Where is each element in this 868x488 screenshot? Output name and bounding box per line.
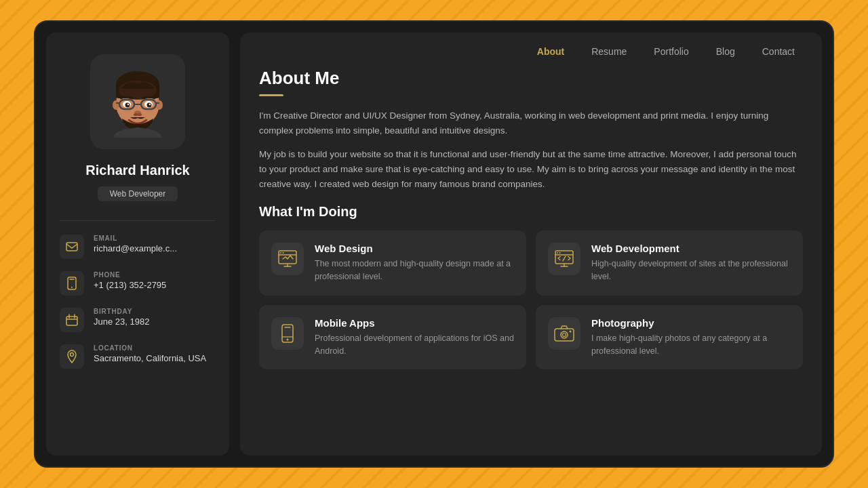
web-dev-text: Web Development High-quality development…	[591, 243, 791, 283]
phone-value: +1 (213) 352-2795	[94, 280, 166, 290]
photo-desc: I make high-quality photos of any catego…	[591, 332, 791, 358]
app-frame: Richard Hanrick Web Developer EMAIL rich…	[34, 20, 834, 468]
email-value: richard@example.c...	[94, 243, 177, 253]
birthday-label: BIRTHDAY	[94, 308, 149, 315]
svg-point-49	[570, 330, 572, 332]
services-grid: Web Design The most modern and high-qual…	[259, 230, 803, 369]
web-design-icon	[271, 243, 304, 275]
phone-label: PHONE	[94, 271, 166, 279]
sidebar-divider	[60, 220, 216, 221]
location-value: Sacramento, California, USA	[94, 353, 206, 363]
mobile-icon	[271, 317, 304, 350]
web-dev-icon	[548, 243, 580, 275]
svg-point-48	[563, 333, 566, 336]
birthday-text: BIRTHDAY June 23, 1982	[94, 308, 149, 327]
web-dev-desc: High-quality development of sites at the…	[591, 258, 791, 283]
phone-text: PHONE +1 (213) 352-2795	[94, 271, 166, 290]
location-label: LOCATION	[94, 344, 206, 352]
service-mobile: Mobile Apps Professional development of …	[259, 305, 526, 370]
svg-point-22	[71, 287, 73, 288]
avatar	[90, 54, 185, 149]
photo-text: Photography I make high-quality photos o…	[591, 317, 791, 358]
svg-rect-24	[66, 317, 77, 325]
svg-point-19	[138, 113, 142, 116]
navigation: About Resume Portfolio Blog Contact	[240, 33, 822, 61]
email-item: EMAIL richard@example.c...	[60, 235, 216, 259]
web-design-desc: The most modern and high-quality design …	[315, 258, 514, 283]
svg-point-14	[147, 103, 152, 108]
what-doing-title: What I'm Doing	[259, 204, 803, 220]
nav-resume[interactable]: Resume	[580, 42, 637, 61]
nav-portfolio[interactable]: Portfolio	[643, 42, 699, 61]
mobile-text: Mobile Apps Professional development of …	[315, 317, 514, 358]
svg-point-37	[557, 252, 558, 253]
svg-point-43	[287, 338, 289, 340]
svg-line-41	[563, 256, 566, 261]
svg-point-5	[156, 100, 163, 110]
email-icon	[60, 235, 84, 259]
mobile-name: Mobile Apps	[315, 317, 514, 329]
service-photo: Photography I make high-quality photos o…	[536, 305, 803, 370]
web-design-name: Web Design	[315, 243, 514, 254]
svg-point-32	[283, 252, 284, 253]
svg-point-31	[280, 252, 281, 253]
svg-point-18	[134, 113, 138, 116]
birthday-value: June 23, 1982	[94, 317, 149, 327]
location-text: LOCATION Sacramento, California, USA	[94, 344, 206, 363]
content-area: About Me I'm Creative Director and UI/UX…	[240, 61, 822, 455]
svg-point-13	[125, 103, 130, 108]
bio-paragraph-2: My job is to build your website so that …	[259, 147, 803, 192]
svg-point-47	[561, 331, 568, 338]
service-web-dev: Web Development High-quality development…	[536, 230, 803, 296]
sidebar: Richard Hanrick Web Developer EMAIL rich…	[46, 33, 229, 455]
location-item: LOCATION Sacramento, California, USA	[60, 344, 216, 369]
profile-badge: Web Developer	[98, 186, 178, 201]
svg-point-15	[127, 104, 129, 105]
web-design-text: Web Design The most modern and high-qual…	[315, 243, 514, 283]
location-icon	[60, 344, 84, 369]
birthday-item: BIRTHDAY June 23, 1982	[60, 308, 216, 332]
svg-point-16	[149, 104, 151, 105]
web-dev-name: Web Development	[591, 243, 791, 254]
birthday-icon	[60, 308, 84, 332]
contact-info-list: EMAIL richard@example.c... PHONE +1 (213…	[60, 235, 216, 369]
svg-rect-20	[66, 243, 77, 251]
email-text: EMAIL richard@example.c...	[94, 235, 177, 253]
mobile-desc: Professional development of applications…	[315, 332, 514, 358]
svg-point-28	[71, 353, 74, 357]
nav-about[interactable]: About	[526, 42, 575, 61]
nav-contact[interactable]: Contact	[751, 42, 806, 61]
svg-rect-46	[555, 329, 574, 341]
main-content: About Resume Portfolio Blog Contact Abou…	[240, 33, 822, 455]
bio-paragraph-1: I'm Creative Director and UI/UX Designer…	[259, 108, 803, 139]
about-title: About Me	[259, 68, 803, 89]
photo-icon	[548, 317, 580, 350]
phone-item: PHONE +1 (213) 352-2795	[60, 271, 216, 296]
photo-name: Photography	[591, 317, 791, 329]
title-underline	[259, 94, 283, 96]
profile-name: Richard Hanrick	[85, 163, 189, 178]
service-web-design: Web Design The most modern and high-qual…	[259, 230, 526, 296]
email-label: EMAIL	[94, 235, 177, 242]
svg-point-38	[559, 252, 561, 253]
phone-icon	[60, 271, 84, 296]
nav-blog[interactable]: Blog	[705, 42, 746, 61]
svg-point-4	[113, 100, 119, 110]
